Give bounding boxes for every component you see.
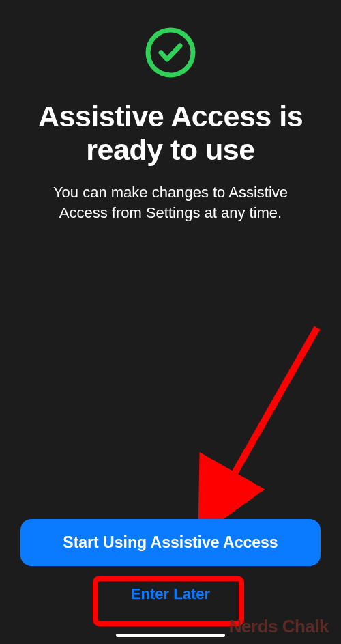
- start-assistive-access-button[interactable]: Start Using Assistive Access: [20, 519, 321, 566]
- home-indicator: [116, 634, 225, 637]
- checkmark-circle-icon: [144, 26, 197, 79]
- page-subtitle: You can make changes to Assistive Access…: [20, 182, 321, 223]
- bottom-section: Start Using Assistive Access Enter Later: [20, 519, 321, 630]
- onboarding-screen: Assistive Access is ready to use You can…: [0, 0, 341, 644]
- watermark-text: Nerds Chalk: [229, 616, 329, 637]
- enter-later-button[interactable]: Enter Later: [110, 570, 231, 618]
- top-section: Assistive Access is ready to use You can…: [20, 20, 321, 223]
- page-title: Assistive Access is ready to use: [20, 100, 321, 167]
- spacer: [20, 223, 321, 519]
